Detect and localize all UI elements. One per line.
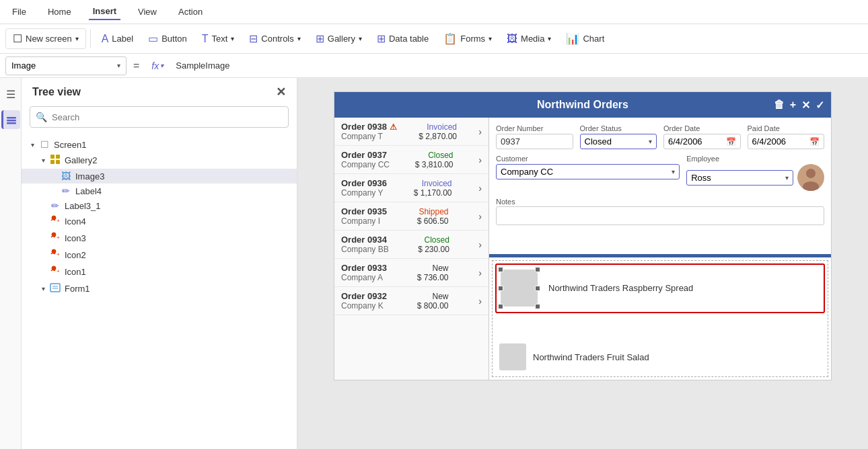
text-button[interactable]: T Text ▾ <box>195 30 242 48</box>
status-dropdown-icon: ▾ <box>649 138 652 145</box>
order-list-item-0933[interactable]: Order 0933 Company A New $ 736.00 › <box>334 259 489 287</box>
formula-input[interactable]: SampleImage <box>173 60 863 71</box>
nw-field-employee: Employee Ross ▾ <box>686 155 824 191</box>
menu-action[interactable]: Action <box>174 4 207 19</box>
order-list-item-0937[interactable]: Order 0937 Company CC Closed $ 3,810.00 … <box>334 146 489 174</box>
order-num-0938: Order 0938 ⚠ <box>341 122 397 132</box>
chevron-down-icon: ▾ <box>75 35 79 42</box>
chart-button[interactable]: 📊 Chart <box>559 29 611 48</box>
new-screen-button[interactable]: ☐ New screen ▾ <box>5 28 86 49</box>
notes-input[interactable] <box>496 206 824 225</box>
tree-label-screen1: Screen1 <box>54 140 86 150</box>
hamburger-menu-icon[interactable]: ☰ <box>1 85 20 104</box>
nw-check-icon[interactable]: ✓ <box>816 99 824 112</box>
order-num-0933: Order 0933 <box>341 263 387 273</box>
nw-header: Northwind Orders 🗑 + ✕ ✓ <box>334 92 831 118</box>
menu-insert[interactable]: Insert <box>89 3 120 20</box>
tree-item-icon2[interactable]: + Icon2 <box>22 247 297 263</box>
order-info-0932: Order 0932 Company K <box>341 291 387 311</box>
resize-handle-tr[interactable] <box>535 267 540 272</box>
nw-product-selected-item[interactable]: Northwind Traders Raspberry Spread <box>495 263 825 313</box>
order-date-value[interactable]: 6/4/2006 📅 <box>663 134 741 149</box>
tree-item-form1[interactable]: ▾ Form1 <box>22 280 297 297</box>
resize-handle-tl[interactable] <box>498 267 503 272</box>
menu-home[interactable]: Home <box>44 4 75 19</box>
close-sidebar-button[interactable]: ✕ <box>276 85 286 99</box>
paid-date-value[interactable]: 6/4/2006 📅 <box>748 134 825 149</box>
order-list-item-0938[interactable]: Order 0938 ⚠ Company T Invoiced $ 2,870.… <box>334 118 489 146</box>
resize-handle-mr[interactable] <box>535 286 540 291</box>
product-image-placeholder <box>501 270 538 307</box>
svg-rect-1 <box>7 120 16 122</box>
customer-select[interactable]: Company CC ▾ <box>496 164 680 179</box>
icon-tree-icon-3: + <box>48 232 62 245</box>
search-input[interactable] <box>30 106 289 128</box>
svg-text:+: + <box>57 235 60 241</box>
label-button[interactable]: A Label <box>95 30 140 48</box>
nw-trash-icon[interactable]: 🗑 <box>774 99 785 112</box>
menu-view[interactable]: View <box>134 4 161 19</box>
svg-rect-4 <box>56 155 60 159</box>
icon-tree-icon-1: + <box>48 266 62 278</box>
gallery-tree-icon <box>48 154 62 167</box>
employee-select[interactable]: Ross ▾ <box>686 170 793 186</box>
svg-text:+: + <box>57 251 60 257</box>
controls-button[interactable]: ⊟ Controls ▾ <box>242 29 307 48</box>
tree-label-gallery2: Gallery2 <box>65 155 97 165</box>
customer-label: Customer <box>496 155 680 163</box>
nw-add-icon[interactable]: + <box>790 99 796 112</box>
chart-icon: 📊 <box>566 32 579 45</box>
notes-label: Notes <box>496 198 515 206</box>
media-button[interactable]: 🖼 Media ▾ <box>500 30 558 48</box>
nw-field-order-number: Order Number 0937 <box>496 124 573 149</box>
order-list-item-0932[interactable]: Order 0932 Company K New $ 800.00 › <box>334 287 489 315</box>
order-status-select[interactable]: Closed ▾ <box>580 134 657 149</box>
resize-handle-br[interactable] <box>535 304 540 309</box>
selector-arrow-icon: ▾ <box>117 62 120 69</box>
nw-product-second-item[interactable]: Northwind Traders Fruit Salad <box>495 340 825 374</box>
button-button[interactable]: ▭ Button <box>141 29 194 48</box>
nw-notes-section: Notes <box>496 196 824 225</box>
order-num-0934: Order 0934 <box>341 235 389 245</box>
order-num-0936: Order 0936 <box>341 178 387 188</box>
svg-point-19 <box>806 169 816 178</box>
nw-close-icon[interactable]: ✕ <box>801 99 810 112</box>
order-list-item-0934[interactable]: Order 0934 Company BB Closed $ 230.00 › <box>334 231 489 259</box>
main-layout: ☰ Tree view ✕ 🔍 ▾ ☐ Screen1 <box>0 78 868 449</box>
order-list-item-0935[interactable]: Order 0935 Company I Shipped $ 606.50 › <box>334 202 489 231</box>
paid-date-calendar-icon: 📅 <box>809 137 820 147</box>
menu-file[interactable]: File <box>8 4 30 19</box>
data-table-button[interactable]: ⊞ Data table <box>370 29 435 48</box>
resize-handle-bl[interactable] <box>498 304 503 309</box>
tree-item-gallery2[interactable]: ▾ Gallery2 <box>22 152 297 169</box>
resize-handle-ml[interactable] <box>498 286 503 291</box>
nw-field-paid-date: Paid Date 6/4/2006 📅 <box>748 124 825 149</box>
order-info-0937: Order 0937 Company CC <box>341 150 390 169</box>
tree-label-icon2: Icon2 <box>65 250 86 260</box>
gallery-button[interactable]: ⊞ Gallery ▾ <box>309 29 369 48</box>
tree-item-label3-1[interactable]: ✏ Label3_1 <box>22 198 297 213</box>
layers-icon[interactable] <box>1 110 20 129</box>
tree-item-image3[interactable]: 🖼 Image3 <box>22 169 297 183</box>
forms-icon: 📋 <box>443 32 457 45</box>
order-status-value: Closed <box>585 136 612 147</box>
order-number-value: 0937 <box>496 134 573 149</box>
tree-item-icon3[interactable]: + Icon3 <box>22 230 297 247</box>
tree-item-screen1[interactable]: ▾ ☐ Screen1 <box>22 137 297 152</box>
status-0933: New <box>417 263 449 273</box>
image-tree-icon: 🖼 <box>59 171 73 181</box>
search-icon: 🔍 <box>36 112 47 122</box>
text-icon: T <box>202 33 209 45</box>
order-list-item-0936[interactable]: Order 0936 Company Y Invoiced $ 1,170.00… <box>334 174 489 202</box>
tree-label-icon4: Icon4 <box>65 216 86 227</box>
element-selector[interactable]: Image ▾ <box>5 56 126 75</box>
tree-item-label4[interactable]: ✏ Label4 <box>22 183 297 198</box>
amount-0933: $ 736.00 <box>417 273 449 282</box>
sidebar-panel: Tree view ✕ 🔍 ▾ ☐ Screen1 ▾ Gallery2 <box>22 78 297 449</box>
status-0934: Closed <box>418 235 449 245</box>
formula-fx-indicator[interactable]: fx ▾ <box>146 60 169 71</box>
tree-item-icon1[interactable]: + Icon1 <box>22 263 297 280</box>
amount-0935: $ 606.50 <box>417 216 449 226</box>
forms-button[interactable]: 📋 Forms ▾ <box>437 29 499 48</box>
tree-item-icon4[interactable]: + Icon4 <box>22 213 297 230</box>
